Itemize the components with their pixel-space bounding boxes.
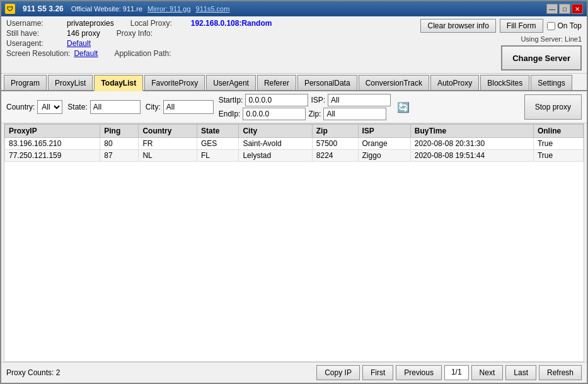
country-filter-label: Country: bbox=[6, 103, 35, 111]
table-cell: True bbox=[533, 138, 583, 150]
info-section: Username: privateproxies Local Proxy: 19… bbox=[6, 19, 415, 59]
minimize-button[interactable]: — bbox=[546, 4, 558, 14]
zip-input[interactable] bbox=[323, 108, 386, 120]
table-cell: 2020-08-08 19:51:44 bbox=[410, 150, 533, 162]
tab-program[interactable]: Program bbox=[4, 75, 47, 90]
table-cell: FL bbox=[197, 150, 239, 162]
previous-button[interactable]: Previous bbox=[396, 365, 442, 380]
table-cell: True bbox=[533, 150, 583, 162]
username-row: Username: privateproxies Local Proxy: 19… bbox=[6, 19, 415, 28]
local-proxy-value: 192.168.0.108:Random bbox=[191, 19, 272, 28]
table-cell: Lelystad bbox=[239, 150, 312, 162]
filter-bar: Country: All State: City: StartIp: ISP: … bbox=[1, 91, 587, 123]
still-have-row: Still have: 146 proxy Proxy Info: bbox=[6, 29, 415, 38]
col-header-city: City bbox=[239, 125, 312, 138]
first-button[interactable]: First bbox=[362, 365, 393, 380]
start-ip-input[interactable] bbox=[245, 94, 308, 106]
app-title: 911 S5 3.26 bbox=[23, 4, 64, 13]
stop-proxy-button[interactable]: Stop proxy bbox=[524, 94, 582, 120]
table-row[interactable]: 83.196.165.21080FRGESSaint-Avold57500Ora… bbox=[5, 138, 584, 150]
table-cell: Saint-Avold bbox=[239, 138, 312, 150]
screen-res-value[interactable]: Default bbox=[74, 49, 98, 58]
tab-conversiontrack[interactable]: ConversionTrack bbox=[359, 75, 429, 90]
ip-filter-section: StartIp: ISP: EndIp: Zip: bbox=[219, 94, 391, 120]
table-cell: 83.196.165.210 bbox=[5, 138, 100, 150]
still-have-value: 146 proxy bbox=[67, 29, 100, 38]
city-filter-group: City: bbox=[146, 100, 214, 114]
col-header-isp: ISP bbox=[358, 125, 410, 138]
col-header-online: Online bbox=[533, 125, 583, 138]
table-cell: GES bbox=[197, 138, 239, 150]
app-icon: 🛡 bbox=[5, 4, 15, 14]
col-header-zip: Zip bbox=[312, 125, 358, 138]
tab-settings[interactable]: Settings bbox=[531, 75, 572, 90]
state-filter-label: State: bbox=[67, 103, 87, 111]
table-cell: 80 bbox=[100, 138, 139, 150]
next-button[interactable]: Next bbox=[471, 365, 504, 380]
on-top-label: On Top bbox=[558, 21, 582, 30]
copy-ip-button[interactable]: Copy IP bbox=[316, 365, 360, 380]
tab-autoproxy[interactable]: AutoProxy bbox=[430, 75, 479, 90]
end-ip-row: EndIp: Zip: bbox=[219, 108, 391, 120]
window-controls: — □ ✕ bbox=[546, 4, 583, 14]
start-ip-row: StartIp: ISP: bbox=[219, 94, 391, 106]
clear-browser-button[interactable]: Clear browser info bbox=[420, 19, 495, 33]
main-window: 🛡 911 S5 3.26 Official Website: 911.re M… bbox=[0, 0, 588, 384]
on-top-checkbox[interactable] bbox=[547, 22, 555, 30]
country-filter-group: Country: All bbox=[6, 100, 62, 114]
title-links: Official Website: 911.re Mirror: 911.gg … bbox=[71, 5, 230, 13]
country-select[interactable]: All bbox=[37, 100, 62, 114]
tab-referer[interactable]: Referer bbox=[257, 75, 296, 90]
tab-favoriteproxy[interactable]: FavoriteProxy bbox=[144, 75, 205, 90]
isp-input[interactable] bbox=[328, 94, 391, 106]
official-website-label: Official Website: 911.re bbox=[71, 5, 142, 13]
end-ip-label: EndIp: bbox=[219, 110, 241, 118]
state-filter-group: State: bbox=[67, 100, 140, 114]
end-ip-input[interactable] bbox=[243, 108, 306, 120]
table-row[interactable]: 77.250.121.15987NLFLLelystad8224Ziggo202… bbox=[5, 150, 584, 162]
title-bar-left: 🛡 911 S5 3.26 Official Website: 911.re M… bbox=[5, 4, 229, 14]
still-have-label: Still have: bbox=[6, 29, 63, 38]
maximize-button[interactable]: □ bbox=[559, 4, 570, 14]
start-ip-label: StartIp: bbox=[219, 96, 243, 104]
bottom-buttons: Copy IP First Previous 1/1 Next Last Ref… bbox=[316, 365, 582, 380]
close-button[interactable]: ✕ bbox=[572, 4, 583, 14]
isp-filter-label: ISP: bbox=[311, 96, 325, 104]
col-header-buytime: BuyTime bbox=[410, 125, 533, 138]
local-proxy-label: Local Proxy: bbox=[130, 19, 187, 28]
username-value: privateproxies bbox=[67, 19, 114, 28]
table-cell: 87 bbox=[100, 150, 139, 162]
tab-useragent[interactable]: UserAgent bbox=[206, 75, 256, 90]
on-top-row: On Top bbox=[547, 21, 582, 30]
last-button[interactable]: Last bbox=[505, 365, 536, 380]
screen-res-label: Screen Resolution: bbox=[6, 49, 70, 58]
refresh-filter-icon[interactable]: 🔄 bbox=[396, 99, 411, 115]
tab-proxylist[interactable]: ProxyList bbox=[48, 75, 93, 90]
tab-personaldata[interactable]: PersonalData bbox=[297, 75, 357, 90]
tab-todaylist[interactable]: TodayList bbox=[94, 75, 143, 91]
table-cell: 8224 bbox=[312, 150, 358, 162]
server-row: Using Server: Line1 bbox=[420, 35, 582, 43]
city-input[interactable] bbox=[163, 100, 214, 114]
col-header-state: State bbox=[197, 125, 239, 138]
fill-form-button[interactable]: Fill Form bbox=[500, 19, 543, 33]
proxy-counts-label: Proxy Counts: bbox=[6, 368, 54, 377]
tab-blocksites[interactable]: BlockSites bbox=[480, 75, 529, 90]
toolbar-top-row: Clear browser info Fill Form On Top bbox=[420, 19, 582, 33]
toolbar-buttons: Clear browser info Fill Form On Top Usin… bbox=[420, 19, 582, 71]
title-bar: 🛡 911 S5 3.26 Official Website: 911.re M… bbox=[1, 1, 587, 16]
alt-domain-label: 911s5.com bbox=[196, 5, 230, 13]
username-label: Username: bbox=[6, 19, 63, 28]
table-cell: NL bbox=[139, 150, 197, 162]
useragent-row: Useragent: Default bbox=[6, 39, 415, 48]
table-cell: Orange bbox=[358, 138, 410, 150]
proxy-counts-value: 2 bbox=[56, 368, 61, 377]
page-indicator: 1/1 bbox=[444, 365, 469, 380]
screen-res-row: Screen Resolution: Default Application P… bbox=[6, 49, 415, 58]
useragent-value[interactable]: Default bbox=[67, 39, 91, 48]
using-server-label: Using Server: Line1 bbox=[521, 35, 582, 43]
state-input[interactable] bbox=[90, 100, 141, 114]
change-server-button[interactable]: Change Server bbox=[501, 45, 582, 71]
col-header-country: Country bbox=[139, 125, 197, 138]
refresh-button[interactable]: Refresh bbox=[539, 365, 582, 380]
